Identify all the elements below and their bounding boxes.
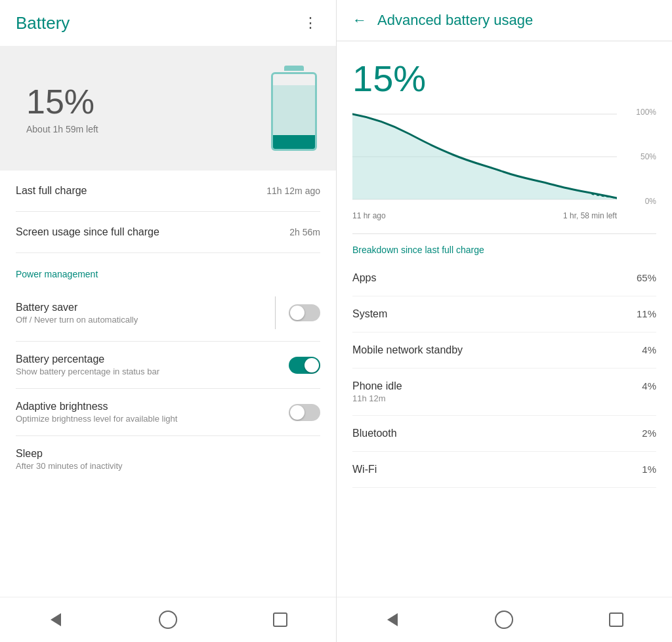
recents-button-left[interactable] <box>268 608 292 632</box>
power-management-header: Power management <box>16 253 320 285</box>
sleep-sub: After 30 minutes of inactivity <box>16 461 320 471</box>
more-icon[interactable]: ⋮ <box>301 12 320 34</box>
breakdown-system-name: System <box>352 308 387 320</box>
breakdown-bluetooth-left: Bluetooth <box>352 428 397 439</box>
breakdown-phone-idle-name: Phone idle <box>352 380 402 392</box>
back-icon-right[interactable]: ← <box>352 12 367 29</box>
breakdown-wifi-left: Wi-Fi <box>352 464 377 475</box>
recents-button-right[interactable] <box>604 608 628 632</box>
battery-pct-title: Battery percentage <box>16 353 289 365</box>
battery-saver-setting[interactable]: Battery saver Off / Never turn on automa… <box>16 285 320 342</box>
left-panel: Battery ⋮ 15% About 1h 59m left Last ful… <box>0 0 336 642</box>
battery-percent-left: 15% <box>26 82 98 121</box>
chart-svg <box>352 108 617 206</box>
back-icon-right-nav <box>387 613 398 626</box>
right-content: 15% 100% 50% <box>337 41 672 597</box>
chart-divider <box>352 233 656 234</box>
home-icon-left <box>159 611 177 629</box>
breakdown-phone-idle[interactable]: Phone idle 11h 12m 4% <box>352 369 656 416</box>
adaptive-brightness-setting[interactable]: Adaptive brightness Optimize brightness … <box>16 389 320 436</box>
battery-fill <box>273 135 315 149</box>
setting-screen-usage[interactable]: Screen usage since full charge 2h 56m <box>16 212 320 253</box>
chart-label-100: 100% <box>620 108 656 117</box>
chart-label-50: 50% <box>620 152 656 161</box>
setting-last-charge-label: Last full charge <box>16 185 87 197</box>
breakdown-apps[interactable]: Apps 65% <box>352 260 656 296</box>
breakdown-system[interactable]: System 11% <box>352 296 656 332</box>
adaptive-brightness-sub: Optimize brightness level for available … <box>16 414 289 424</box>
setting-screen-usage-value: 2h 56m <box>289 227 320 237</box>
breakdown-header: Breakdown since last full charge <box>352 245 656 255</box>
left-bottom-nav <box>0 597 336 642</box>
settings-list: Last full charge 11h 12m ago Screen usag… <box>0 171 336 597</box>
breakdown-bluetooth-pct: 2% <box>642 428 656 439</box>
chart-area <box>352 108 617 206</box>
recents-icon-left <box>273 612 287 627</box>
toggle-knob-on <box>304 358 319 372</box>
toggle-knob <box>290 306 304 320</box>
breakdown-mobile-left: Mobile network standby <box>352 344 463 356</box>
breakdown-bluetooth[interactable]: Bluetooth 2% <box>352 416 656 452</box>
breakdown-apps-pct: 65% <box>637 272 656 283</box>
battery-saver-toggle[interactable] <box>289 304 320 321</box>
breakdown-apps-left: Apps <box>352 272 376 284</box>
battery-percentage-setting[interactable]: Battery percentage Show battery percenta… <box>16 342 320 389</box>
breakdown-list: Apps 65% System 11% Mobile network stand… <box>352 260 656 488</box>
sleep-setting[interactable]: Sleep After 30 minutes of inactivity <box>16 436 320 483</box>
toggle-knob-ab <box>290 405 304 420</box>
breakdown-system-left: System <box>352 308 387 320</box>
setting-last-charge-value: 11h 12m ago <box>266 186 320 196</box>
home-button-right[interactable] <box>492 608 516 632</box>
breakdown-phone-idle-sub: 11h 12m <box>352 393 402 403</box>
battery-nub <box>284 66 304 71</box>
right-battery-percent: 15% <box>352 57 656 100</box>
battery-saver-title: Battery saver <box>16 302 262 313</box>
chart-labels-x: 11 hr ago 1 hr, 58 min left <box>352 206 617 226</box>
setting-last-charge[interactable]: Last full charge 11h 12m ago <box>16 171 320 212</box>
adaptive-brightness-toggle[interactable] <box>289 404 320 421</box>
back-icon-left <box>51 613 61 626</box>
battery-info: 15% About 1h 59m left <box>26 82 98 134</box>
chart-label-x-right: 1 hr, 58 min left <box>563 211 617 220</box>
home-button-left[interactable] <box>156 608 180 632</box>
breakdown-phone-idle-pct: 4% <box>642 380 656 391</box>
battery-icon <box>268 66 320 151</box>
chart-label-0: 0% <box>620 197 656 206</box>
chart-labels-y: 100% 50% 0% <box>620 108 656 206</box>
breakdown-wifi[interactable]: Wi-Fi 1% <box>352 452 656 488</box>
breakdown-mobile-pct: 4% <box>642 344 656 355</box>
battery-chart: 100% 50% 0% 11 hr ago 1 hr, 58 min left <box>352 108 656 226</box>
adaptive-brightness-title: Adaptive brightness <box>16 401 289 412</box>
breakdown-phone-idle-left: Phone idle 11h 12m <box>352 380 402 403</box>
advanced-battery-title: Advanced battery usage <box>377 12 533 29</box>
battery-percentage-toggle[interactable] <box>289 357 320 374</box>
breakdown-system-pct: 11% <box>637 308 656 319</box>
home-icon-right <box>495 611 513 629</box>
breakdown-apps-name: Apps <box>352 272 376 284</box>
right-header: ← Advanced battery usage <box>337 0 672 41</box>
battery-time-left: About 1h 59m left <box>26 124 98 134</box>
back-button-left[interactable] <box>44 608 68 632</box>
breakdown-mobile[interactable]: Mobile network standby 4% <box>352 332 656 369</box>
battery-body <box>271 72 317 151</box>
battery-card: 15% About 1h 59m left <box>0 46 336 171</box>
recents-icon-right <box>609 612 623 627</box>
back-button-right[interactable] <box>381 608 404 632</box>
breakdown-wifi-pct: 1% <box>642 464 656 475</box>
chart-label-x-left: 11 hr ago <box>352 211 386 220</box>
breakdown-wifi-name: Wi-Fi <box>352 464 377 475</box>
battery-saver-sub: Off / Never turn on automatically <box>16 315 262 325</box>
battery-title: Battery <box>16 13 70 33</box>
right-bottom-nav <box>337 597 672 642</box>
setting-screen-usage-label: Screen usage since full charge <box>16 226 159 238</box>
breakdown-bluetooth-name: Bluetooth <box>352 428 397 439</box>
sleep-title: Sleep <box>16 448 320 460</box>
left-header: Battery ⋮ <box>0 0 336 46</box>
battery-fill-light <box>273 85 315 135</box>
battery-pct-sub: Show battery percentage in status bar <box>16 367 289 376</box>
breakdown-mobile-name: Mobile network standby <box>352 344 463 356</box>
divider <box>275 296 276 329</box>
right-panel: ← Advanced battery usage 15% <box>336 0 672 642</box>
